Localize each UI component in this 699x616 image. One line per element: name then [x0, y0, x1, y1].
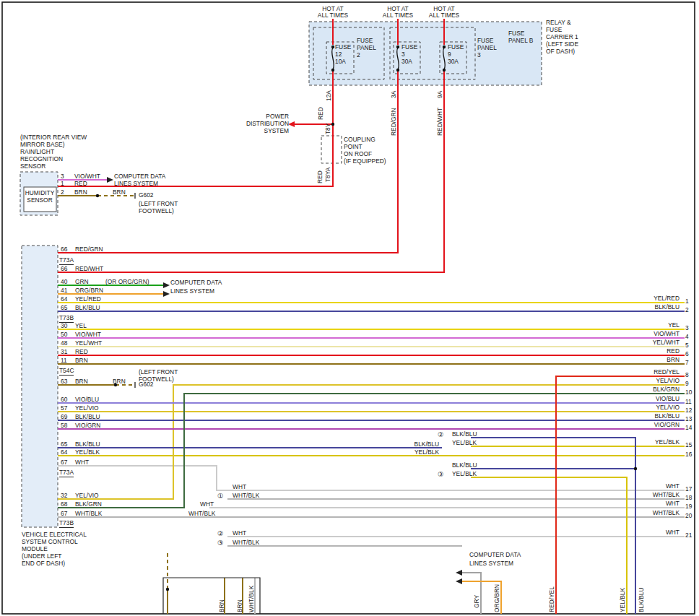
label-: ② — [438, 431, 444, 438]
label-red-yel: RED/YEL — [549, 586, 555, 612]
label-48: 48 — [61, 340, 67, 347]
label-2: 2 — [685, 307, 689, 313]
label-14: 14 — [685, 425, 692, 431]
frame — [2, 2, 695, 614]
label-yel-vio: YEL/VIO — [75, 493, 99, 499]
label-lines-system: LINES SYSTEM — [114, 181, 158, 187]
junction-dot — [443, 69, 446, 71]
label-68: 68 — [61, 501, 67, 508]
label-computer-data: COMPUTER DATA — [170, 279, 222, 286]
label-rain-light: RAIN/LIGHT — [20, 149, 54, 155]
label-11: 11 — [61, 357, 67, 364]
label-system: SYSTEM — [264, 128, 289, 134]
label-17: 17 — [685, 486, 692, 493]
label-wht: WHT — [666, 483, 680, 490]
label-40: 40 — [61, 279, 67, 285]
arrow-left-icon — [456, 570, 462, 576]
label-recognition: RECOGNITION — [20, 156, 63, 162]
label-30a: 30A — [401, 58, 412, 65]
label-18: 18 — [685, 495, 692, 501]
label-65: 65 — [61, 305, 67, 311]
label-yel-blk: YEL/BLK — [75, 449, 100, 456]
label-blk-blu: BLK/BLU — [655, 304, 680, 311]
label-g602: G602 — [139, 192, 154, 199]
junction-dot — [331, 123, 334, 126]
label-module: MODULE — [22, 546, 48, 552]
label-12a: 12A — [326, 90, 332, 101]
label-69: 69 — [61, 414, 67, 420]
label-blk-blu: BLK/BLU — [452, 462, 477, 469]
label-: ① — [217, 493, 224, 500]
label-panel: PANEL — [477, 45, 497, 51]
label-t54c: T54C — [59, 368, 74, 376]
label-3: 3 — [477, 52, 481, 58]
label-computer-data: COMPUTER DATA — [114, 173, 165, 180]
label-if-equipped: (IF EQUIPPED) — [344, 158, 386, 165]
label-wht-blk: WHT/BLK — [233, 493, 259, 499]
label-brn: BRN — [667, 357, 680, 363]
label-panel-b: PANEL B — [508, 38, 533, 44]
label-21: 21 — [685, 532, 692, 539]
label-8: 8 — [685, 372, 689, 378]
label-2: 2 — [357, 52, 360, 58]
label-: ③ — [217, 539, 224, 547]
label-wht-blk: WHT/BLK — [233, 539, 259, 546]
label-6: 6 — [685, 351, 689, 357]
label-1: 1 — [61, 181, 64, 187]
junction-dot — [443, 45, 446, 48]
label-fuse: FUSE — [401, 44, 417, 51]
label-yel-vio: YEL/VIO — [75, 405, 99, 412]
label-: ② — [217, 530, 224, 537]
label-7: 7 — [685, 360, 689, 366]
label-vio-wht: VIO/WHT — [74, 173, 100, 180]
label-yel-wht: YEL/WHT — [653, 339, 680, 346]
label-t73a: T73A — [59, 257, 74, 265]
arrow-right-icon — [163, 291, 170, 297]
label-org-brn: ORG/BRN — [494, 584, 500, 612]
label-60: 60 — [61, 396, 67, 403]
label-4: 4 — [685, 334, 689, 340]
label-distribution: DISTRIBUTION — [246, 121, 289, 127]
label-red-wht: RED/WHT — [75, 266, 103, 272]
label-66: 66 — [61, 266, 67, 272]
label-wht: WHT — [200, 501, 214, 508]
label-wht: WHT — [666, 500, 680, 507]
label-t8ya: T8YA — [325, 168, 331, 182]
wire-blk — [163, 578, 260, 614]
label-fuse: FUSE — [448, 44, 464, 51]
label-brn: BRN — [75, 357, 88, 364]
label-3a: 3A — [391, 91, 397, 98]
diagram-canvas — [0, 0, 699, 616]
label-yel-blk: YEL/BLK — [452, 440, 477, 446]
label-t8y: T8Y — [325, 123, 331, 134]
label-red-grn: RED/GRN — [75, 246, 103, 253]
label-on-roof: ON ROOF — [344, 151, 372, 157]
label-yel-blk: YEL/BLK — [620, 588, 626, 612]
label-wht: WHT — [233, 484, 246, 490]
label-65: 65 — [61, 441, 67, 448]
vehicle-ecm-box — [22, 246, 58, 527]
label-9: 9 — [685, 381, 689, 387]
wire-red — [58, 71, 444, 272]
label-fuse: FUSE — [335, 44, 351, 51]
label-3: 3 — [61, 173, 64, 180]
label-red-wht: RED/WHT — [437, 108, 443, 136]
label-63: 63 — [61, 378, 67, 385]
label-t73a: T73A — [59, 469, 74, 477]
label-under-left: (UNDER LEFT — [22, 553, 61, 560]
label-64: 64 — [61, 449, 67, 456]
label-3: 3 — [685, 325, 689, 331]
arrow-left-icon — [456, 578, 462, 584]
label-wht: WHT — [666, 529, 680, 536]
label-fuse: FUSE — [546, 27, 562, 33]
label-carrier-1: CARRIER 1 — [546, 34, 578, 40]
junction-dot — [396, 69, 399, 71]
label-20: 20 — [685, 513, 692, 519]
label-wht-blk: WHT/BLK — [75, 511, 102, 517]
label-grn: GRN — [75, 279, 89, 285]
label-9: 9 — [448, 51, 451, 58]
label-vio-wht: VIO/WHT — [75, 331, 101, 338]
label-t73b: T73B — [59, 520, 74, 528]
label-or-org-grn: (OR ORG/GRN) — [105, 279, 149, 285]
label-57: 57 — [61, 405, 67, 412]
